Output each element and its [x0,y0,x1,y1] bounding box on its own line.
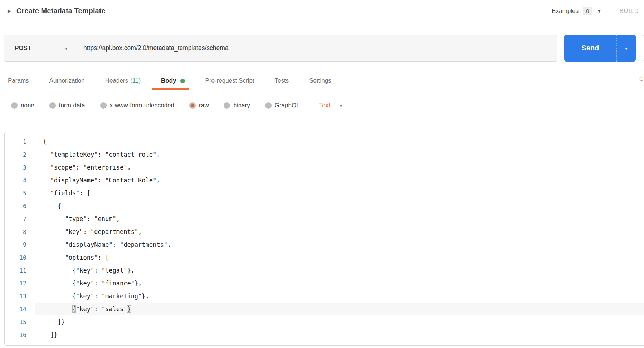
line-number: 11 [5,267,35,274]
tab-label: Body [161,77,176,84]
code-text[interactable]: "scope": "enterprise", [35,161,644,174]
code-line-16[interactable]: 16 ]} [5,328,644,341]
code-line-14[interactable]: 14 {"key": "sales"} [5,303,644,315]
format-label: Text [319,102,330,109]
code-line-11[interactable]: 11 {"key": "legal"}, [5,264,644,277]
examples-dropdown[interactable]: Examples 0 ▾ [552,7,600,15]
code-text[interactable]: { [35,200,644,212]
radio-label: none [21,102,34,109]
tab-authorization[interactable]: Authorization [49,77,85,85]
code-line-3[interactable]: 3 "scope": "enterprise", [5,161,644,174]
body-editor[interactable]: 1{2 "templateKey": "contact_role",3 "sco… [4,132,644,346]
code-line-1[interactable]: 1{ [5,135,644,148]
body-type-binary[interactable]: binary [224,102,250,109]
caret-down-icon: ▾ [65,46,68,51]
body-type-selector: noneform-datax-www-form-urlencodedrawbin… [0,102,644,109]
line-number: 3 [5,164,35,171]
code-text[interactable]: {"key": "finance"}, [35,277,644,290]
indent-guide [59,212,59,315]
code-line-15[interactable]: 15 ]} [5,315,644,328]
code-line-4[interactable]: 4 "displayName": "Contact Role", [5,174,644,187]
line-number: 1 [5,138,35,145]
tab-tests[interactable]: Tests [275,77,289,85]
cookies-link[interactable]: Cookies [639,76,644,82]
tab-pre-request-script[interactable]: Pre-request Script [205,77,254,85]
code-line-9[interactable]: 9 "displayName": "departments", [5,238,644,251]
code-line-12[interactable]: 12 {"key": "finance"}, [5,277,644,290]
code-line-13[interactable]: 13 {"key": "marketing"}, [5,290,644,303]
headers-count: (11) [130,77,141,84]
line-number: 15 [5,319,35,325]
caret-down-icon: ▾ [340,103,342,108]
code-text[interactable]: ]} [35,315,644,328]
line-number: 16 [5,332,35,338]
examples-label: Examples [552,8,579,15]
editor-lines: 1{2 "templateKey": "contact_role",3 "sco… [5,135,644,341]
code-text[interactable]: "fields": [ [35,187,644,200]
tab-settings[interactable]: Settings [309,77,331,85]
code-text[interactable]: ]} [35,328,644,341]
code-text[interactable]: "options": [ [35,251,644,264]
matched-bracket: } [127,305,131,313]
line-number: 5 [5,190,35,197]
tab-label: Authorization [49,77,85,84]
tab-headers[interactable]: Headers(11) [105,77,141,85]
body-type-raw[interactable]: raw [189,102,209,109]
request-title: Create Metadata Template [16,7,106,15]
code-text[interactable]: "type": "enum", [35,212,644,225]
send-button[interactable]: Send ▾ [564,35,636,62]
radio-icon [224,102,230,109]
radio-icon [49,102,56,109]
code-line-10[interactable]: 10 "options": [ [5,251,644,264]
body-type-x-www-form-urlencoded[interactable]: x-www-form-urlencoded [100,102,174,109]
code-line-5[interactable]: 5 "fields": [ [5,187,644,200]
line-number: 2 [5,151,35,158]
section-divider [0,124,644,124]
method-dropdown[interactable]: POST ▾ [4,35,75,61]
code-line-8[interactable]: 8 "key": "departments", [5,225,644,238]
line-number: 12 [5,280,35,287]
line-number: 6 [5,203,35,210]
code-line-6[interactable]: 6 { [5,200,644,212]
code-text[interactable]: {"key": "sales"} [35,303,644,315]
radio-label: binary [233,102,250,109]
body-type-graphql[interactable]: GraphQL [265,102,300,109]
code-text[interactable]: "key": "departments", [35,225,644,238]
line-number: 9 [5,241,35,248]
code-text[interactable]: { [35,135,644,148]
url-input[interactable] [75,35,557,61]
url-group: POST ▾ [4,35,557,62]
code-text[interactable]: {"key": "legal"}, [35,264,644,277]
line-number: 13 [5,293,35,300]
code-line-2[interactable]: 2 "templateKey": "contact_role", [5,148,644,161]
tab-params[interactable]: Params [8,77,29,85]
code-segment: "key": "sales" [76,305,127,313]
radio-icon [100,102,107,109]
code-line-7[interactable]: 7 "type": "enum", [5,212,644,225]
send-button-label: Send [564,35,616,62]
tab-body[interactable]: Body [161,77,185,85]
caret-down-icon: ▾ [598,9,600,14]
send-options-caret-icon[interactable]: ▾ [616,35,636,62]
body-modified-dot [180,79,185,83]
radio-icon [11,102,18,109]
tab-label: Settings [309,77,331,84]
code-text[interactable]: "displayName": "Contact Role", [35,174,644,187]
body-type-none[interactable]: none [11,102,34,109]
build-mode-label[interactable]: BUILD [619,8,639,14]
matched-bracket: { [72,305,76,313]
line-number: 7 [5,216,35,222]
line-number: 14 [5,306,35,313]
code-text[interactable]: "templateKey": "contact_role", [35,148,644,161]
format-dropdown[interactable]: Text▾ [319,102,342,109]
tab-label: Tests [275,77,289,84]
body-type-form-data[interactable]: form-data [49,102,85,109]
code-text[interactable]: {"key": "marketing"}, [35,290,644,303]
collapse-request-icon[interactable]: ▶ [8,9,11,13]
examples-count-badge: 0 [583,7,592,15]
code-text[interactable]: "displayName": "departments", [35,238,644,251]
request-tabs: ParamsAuthorizationHeaders(11)BodyPre-re… [0,62,644,89]
radio-label: GraphQL [275,102,300,109]
code-segment [43,305,72,313]
tab-label: Params [8,77,29,84]
